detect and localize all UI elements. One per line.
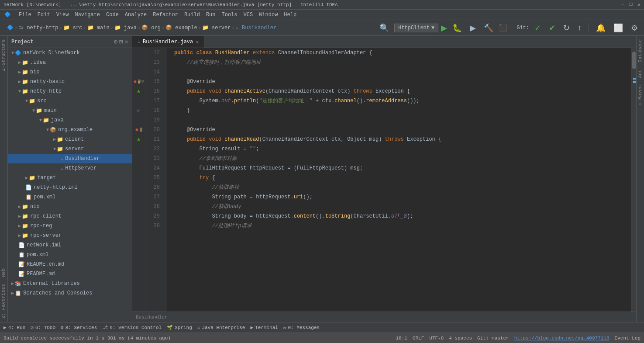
tree-item-src[interactable]: ▼ 📁 src: [8, 96, 132, 106]
editor-tabs-bar: ☕ BusiHandler.java ✕: [132, 36, 636, 48]
breadcrumb-example[interactable]: 📦 example: [165, 24, 197, 31]
tree-item-org-example[interactable]: ▼ 📦 org.example: [8, 125, 132, 135]
close-btn[interactable]: ✕: [637, 2, 641, 7]
tab-messages[interactable]: ✉ 0: Messages: [283, 325, 320, 330]
breadcrumb-java[interactable]: 📁 java: [114, 24, 137, 31]
code-content[interactable]: public class BusiHandler extends Channel…: [167, 48, 631, 312]
project-panel-settings-icon[interactable]: ⚙: [114, 38, 117, 45]
run-config-dropdown[interactable]: HttpClient ▼: [394, 24, 438, 32]
cls-string-29: String: [212, 211, 231, 221]
menu-item-vcs[interactable]: VCS: [241, 11, 256, 19]
menu-item-edit[interactable]: Edit: [35, 11, 53, 19]
favorites-panel-tab[interactable]: 2: Favorites: [0, 281, 7, 322]
git-update-btn[interactable]: ↻: [561, 22, 572, 34]
tree-item-pom-root[interactable]: 📋 pom.xml: [8, 250, 132, 260]
maximize-btn[interactable]: □: [630, 2, 633, 7]
database-panel-tab[interactable]: Database: [637, 36, 644, 66]
search-everywhere-btn[interactable]: 🔍: [377, 22, 392, 34]
menu-item-help[interactable]: Help: [281, 11, 299, 19]
web-panel-tab[interactable]: Web: [0, 265, 7, 281]
settings-btn[interactable]: ⚙: [628, 22, 641, 34]
tree-item-netty-http[interactable]: ▼ 📁 netty-http: [8, 87, 132, 96]
git-check-btn[interactable]: ✓: [532, 22, 544, 34]
tab-close-busihandler[interactable]: ✕: [196, 39, 199, 45]
editor-scrollbar[interactable]: [631, 48, 636, 312]
ant-panel-tab[interactable]: Ant: [637, 66, 644, 82]
menu-item-navigate[interactable]: Navigate: [72, 11, 103, 19]
menu-item-refactor[interactable]: Refactor: [150, 11, 181, 19]
breadcrumb-server[interactable]: 📁 server: [202, 24, 231, 31]
menu-item-build[interactable]: Build: [182, 11, 203, 19]
tree-item-network-iml[interactable]: 📄 netWork.iml: [8, 240, 132, 250]
breadcrumb-src[interactable]: 📁 src: [63, 24, 83, 31]
tree-item-netty-basic[interactable]: ▶ 📁 netty-basic: [8, 77, 132, 87]
tree-item-main[interactable]: ▼ 📁 main: [8, 106, 132, 115]
tree-item-rpc-client[interactable]: ▶ 📁 rpc-client: [8, 211, 132, 221]
tree-item-bio[interactable]: ▶ 📁 bio: [8, 67, 132, 77]
tree-item-httpserver[interactable]: ☕ HttpServer: [8, 163, 132, 173]
tree-item-rpc-reg[interactable]: ▶ 📁 rpc-reg: [8, 221, 132, 231]
structure-panel-tab[interactable]: Z-Structure: [0, 36, 7, 75]
tree-label-readme: README.md: [27, 271, 55, 277]
cursor-position[interactable]: 18:1: [396, 336, 407, 341]
tree-item-target[interactable]: ▶ 📁 target: [8, 173, 132, 183]
menu-item-tools[interactable]: Tools: [219, 11, 240, 19]
tree-item-readme[interactable]: 📝 README.md: [8, 269, 132, 279]
tree-item-network-root[interactable]: ▼ 🔷 netWork D:\netWork: [8, 48, 132, 58]
breadcrumb-main[interactable]: 📁 main: [87, 24, 110, 31]
tree-item-java[interactable]: ▼ 📁 java: [8, 115, 132, 125]
breadcrumb-org[interactable]: 📦 org: [141, 24, 161, 31]
tree-label-bio: bio: [30, 69, 40, 75]
breadcrumb-busihandler[interactable]: ☕ BusiHandler: [236, 24, 277, 31]
debug-btn[interactable]: 🐛: [450, 22, 465, 34]
search-btn[interactable]: ⬜: [611, 22, 626, 34]
ln-17: 17: [145, 96, 163, 106]
tree-item-server[interactable]: ▼ 📁 server: [8, 144, 132, 154]
tree-item-busihandler[interactable]: ☕ BusiHandler: [8, 154, 132, 163]
project-panel-close-icon[interactable]: ✕: [125, 38, 128, 45]
tab-run[interactable]: ▶ 4: Run: [3, 325, 25, 330]
menu-item-view[interactable]: View: [54, 11, 72, 19]
tab-todo[interactable]: ☑ 6: TODO: [31, 325, 55, 330]
menu-item-window[interactable]: Window: [256, 11, 280, 19]
tree-item-netty-http-iml[interactable]: 📄 netty-http.iml: [8, 183, 132, 192]
menu-item-code[interactable]: Code: [103, 11, 121, 19]
run-coverage-btn[interactable]: ▶: [467, 22, 479, 34]
indent-info[interactable]: 4 spaces: [449, 336, 472, 341]
project-panel-layout-icon[interactable]: ⊟: [119, 38, 123, 45]
tab-spring[interactable]: 🌱 Spring: [167, 325, 192, 330]
tab-terminal[interactable]: ▶ Terminal: [250, 325, 278, 330]
event-log[interactable]: Event Log: [615, 336, 641, 341]
tree-item-pom-netty-http[interactable]: 📋 pom.xml: [8, 192, 132, 202]
tree-item-readme-en[interactable]: 📝 README.en.md: [8, 260, 132, 269]
code-line-24: FullHttpRequest httpRequest = ( FullHttp…: [167, 163, 631, 173]
tree-item-scratches[interactable]: ▶ 📋 Scratches and Consoles: [8, 288, 132, 298]
menu-item-file[interactable]: File: [16, 11, 34, 19]
minimize-btn[interactable]: ─: [621, 2, 624, 7]
tree-item-rpc-server[interactable]: ▶ 📁 rpc-server: [8, 231, 132, 240]
maven-panel-tab[interactable]: m Maven: [637, 82, 644, 109]
git-push-btn[interactable]: ↑: [575, 22, 584, 34]
git-commit-btn[interactable]: ✔: [546, 22, 558, 34]
run-button[interactable]: ▶: [441, 23, 447, 33]
tab-busihandler[interactable]: ☕ BusiHandler.java ✕: [132, 36, 204, 48]
build-btn[interactable]: 🔨: [481, 22, 496, 34]
menu-item-run[interactable]: Run: [203, 11, 218, 19]
tree-item-external-libs[interactable]: ▶ 📚 External Libraries: [8, 279, 132, 288]
line-endings[interactable]: CRLF: [413, 336, 424, 341]
breadcrumb-netty-http[interactable]: 🗂 netty-http: [18, 24, 58, 31]
notification-btn[interactable]: 🔔: [593, 22, 608, 34]
charset[interactable]: UTF-8: [429, 336, 444, 341]
tree-item-client[interactable]: ▶ 📁 client: [8, 135, 132, 144]
git-branch[interactable]: Git: master: [477, 336, 509, 341]
tab-services[interactable]: ⚙ 8: Services: [61, 325, 97, 330]
stop-btn[interactable]: ⬛: [499, 24, 507, 32]
scrollbar-thumb[interactable]: [632, 52, 636, 69]
menu-item-analyze[interactable]: Analyze: [122, 11, 149, 19]
csdn-link[interactable]: https://blog.csdn.net/qq_40977118: [514, 336, 610, 341]
breadcrumb-network[interactable]: 🔷: [7, 24, 14, 31]
tab-version-control[interactable]: ⎇ 9: Version Control: [102, 325, 162, 330]
tree-item-nio[interactable]: ▶ 📁 nio: [8, 202, 132, 211]
tab-java-enterprise[interactable]: ☕ Java Enterprise: [197, 325, 245, 330]
tree-item-idea[interactable]: ▶ 📁 .idea: [8, 58, 132, 67]
